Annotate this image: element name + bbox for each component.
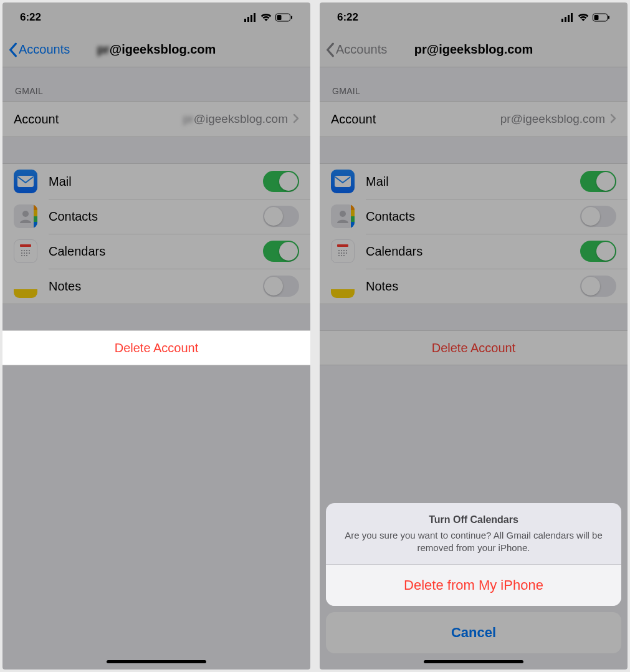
svg-point-39 [338, 255, 340, 256]
mail-icon [331, 170, 355, 193]
notes-label: Notes [49, 279, 263, 294]
cancel-button[interactable]: Cancel [326, 612, 621, 653]
back-label: Accounts [19, 42, 70, 57]
cell-notes: Notes [2, 269, 310, 304]
contacts-toggle[interactable] [580, 206, 616, 227]
chevron-left-icon [9, 42, 17, 57]
calendars-icon [331, 239, 355, 263]
calendars-label: Calendars [366, 244, 580, 259]
mail-toggle[interactable] [580, 171, 616, 192]
section-header-gmail: GMAIL [320, 67, 628, 101]
svg-point-32 [341, 250, 342, 251]
home-indicator[interactable] [424, 660, 523, 663]
cell-contacts: Contacts [2, 199, 310, 234]
cell-notes: Notes [320, 269, 628, 304]
contacts-icon [331, 204, 355, 228]
home-indicator[interactable] [107, 660, 206, 663]
notes-toggle[interactable] [263, 276, 299, 297]
contacts-toggle[interactable] [263, 206, 299, 227]
calendars-toggle[interactable] [580, 241, 616, 262]
contacts-label: Contacts [49, 209, 263, 224]
svg-point-15 [24, 252, 25, 254]
calendars-toggle[interactable] [263, 241, 299, 262]
account-value: pr@igeeksblog.com [500, 112, 605, 126]
svg-point-18 [21, 255, 22, 256]
mail-icon [14, 170, 37, 193]
svg-rect-6 [291, 16, 292, 19]
svg-point-19 [24, 255, 25, 256]
mail-toggle[interactable] [263, 171, 299, 192]
cellular-icon [561, 13, 574, 22]
svg-rect-23 [568, 15, 570, 22]
status-bar: 6:22 [2, 2, 310, 32]
services-group: Mail Contacts Calendars Notes [320, 163, 628, 304]
svg-point-13 [29, 250, 30, 251]
delete-account-button[interactable]: Delete Account [320, 330, 628, 365]
svg-point-14 [21, 252, 22, 254]
account-value: pr@igeeksblog.com [183, 112, 288, 126]
svg-point-33 [343, 250, 345, 251]
delete-account-button[interactable]: Delete Account [2, 330, 310, 365]
chevron-right-icon [610, 112, 616, 127]
svg-rect-7 [17, 176, 34, 187]
svg-rect-3 [254, 13, 255, 22]
notes-icon [14, 274, 37, 298]
nav-bar: Accounts pr@igeeksblog.com [320, 32, 628, 67]
back-button[interactable]: Accounts [2, 42, 70, 57]
contacts-icon [14, 204, 37, 228]
cell-contacts: Contacts [320, 199, 628, 234]
nav-title-prefix-blurred: pr [97, 42, 110, 57]
action-sheet-header: Turn Off Calendars Are you sure you want… [326, 503, 621, 565]
svg-rect-1 [247, 17, 249, 22]
status-icons [244, 13, 293, 22]
svg-rect-27 [608, 16, 609, 19]
svg-point-17 [29, 252, 30, 254]
cellular-icon [244, 13, 257, 22]
cell-calendars: Calendars [2, 234, 310, 269]
svg-point-40 [341, 255, 342, 256]
svg-point-20 [26, 255, 27, 256]
action-sheet-block: Turn Off Calendars Are you sure you want… [326, 503, 621, 607]
svg-rect-5 [277, 15, 282, 20]
battery-icon [275, 13, 293, 22]
back-label: Accounts [336, 42, 387, 57]
battery-icon [593, 13, 610, 22]
notes-label: Notes [366, 279, 580, 294]
svg-point-10 [21, 250, 22, 251]
svg-rect-0 [244, 19, 246, 22]
services-group: Mail Contacts Calendars Notes [2, 163, 310, 304]
chevron-left-icon [326, 42, 335, 57]
svg-point-8 [22, 211, 29, 217]
svg-rect-2 [251, 15, 252, 22]
svg-rect-24 [571, 13, 573, 22]
svg-point-11 [24, 250, 25, 251]
svg-point-35 [338, 252, 340, 254]
svg-point-31 [338, 250, 340, 251]
notes-icon [331, 274, 355, 298]
account-cell[interactable]: Account pr@igeeksblog.com [320, 102, 628, 137]
status-bar: 6:22 [320, 2, 628, 32]
notes-toggle[interactable] [580, 276, 616, 297]
section-header-gmail: GMAIL [2, 67, 310, 101]
action-sheet-message: Are you sure you want to continue? All G… [341, 529, 606, 555]
cell-mail: Mail [2, 164, 310, 199]
contacts-label: Contacts [366, 209, 580, 224]
svg-point-16 [26, 252, 27, 254]
svg-point-36 [341, 252, 342, 254]
status-time: 6:22 [337, 11, 358, 24]
action-sheet-title: Turn Off Calendars [341, 514, 606, 526]
svg-rect-30 [337, 244, 348, 247]
svg-rect-26 [594, 15, 599, 20]
back-button[interactable]: Accounts [320, 42, 387, 57]
account-label: Account [14, 112, 183, 127]
status-time: 6:22 [20, 11, 41, 24]
account-cell[interactable]: Account pr@igeeksblog.com [2, 102, 310, 137]
chevron-right-icon [293, 112, 299, 127]
svg-point-41 [343, 255, 345, 256]
account-label: Account [331, 112, 500, 127]
action-sheet: Turn Off Calendars Are you sure you want… [326, 503, 621, 654]
delete-from-iphone-button[interactable]: Delete from My iPhone [326, 565, 621, 606]
status-icons [561, 13, 610, 22]
account-group: Account pr@igeeksblog.com [2, 101, 310, 137]
cell-mail: Mail [320, 164, 628, 199]
